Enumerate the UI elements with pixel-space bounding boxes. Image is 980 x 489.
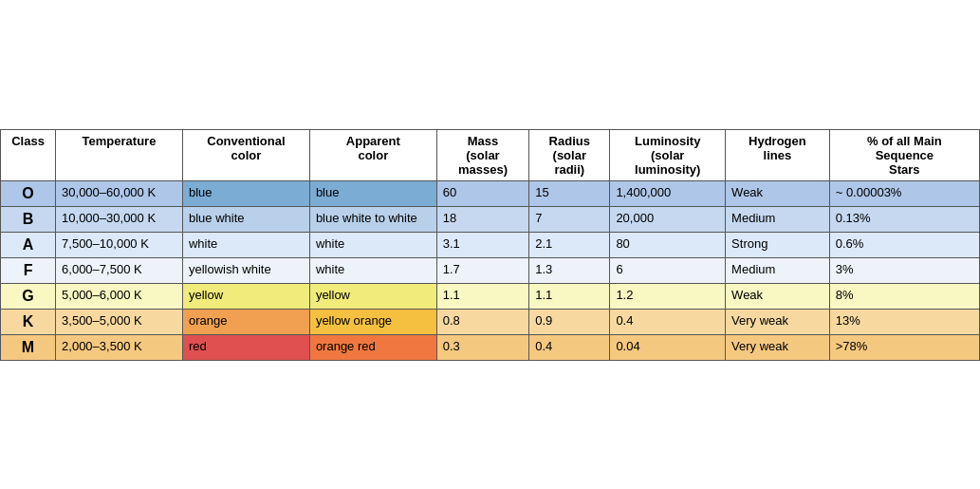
table-row: A7,500–10,000 Kwhitewhite3.12.180Strong0… (1, 232, 980, 257)
cell-radius: 7 (529, 206, 610, 232)
cell-class: M (1, 334, 56, 360)
header-app-color: Apparentcolor (309, 129, 436, 180)
table-row: M2,000–3,500 Kredorange red0.30.40.04Ver… (1, 334, 980, 360)
cell-mass: 0.3 (436, 334, 528, 360)
cell-luminosity: 6 (610, 257, 726, 283)
cell-temperature: 3,500–5,000 K (56, 309, 183, 334)
cell-mass: 1.7 (436, 257, 528, 283)
cell-radius: 15 (529, 180, 610, 206)
cell-temperature: 10,000–30,000 K (56, 206, 183, 232)
cell-mass: 0.8 (436, 309, 528, 334)
header-luminosity: Luminosity(solarluminosity) (610, 129, 726, 180)
cell-app-color: white (309, 257, 436, 283)
cell-conv-color: yellowish white (182, 257, 309, 283)
cell-conv-color: white (182, 232, 309, 257)
table-row: K3,500–5,000 Korangeyellow orange0.80.90… (1, 309, 980, 334)
cell-hydrogen: Medium (726, 206, 830, 232)
table-row: B10,000–30,000 Kblue whiteblue white to … (1, 206, 980, 232)
cell-mass: 1.1 (436, 283, 528, 309)
cell-radius: 0.4 (529, 334, 610, 360)
cell-luminosity: 1.2 (610, 283, 726, 309)
cell-luminosity: 1,400,000 (610, 180, 726, 206)
header-conv-color: Conventionalcolor (182, 129, 309, 180)
cell-radius: 0.9 (529, 309, 610, 334)
cell-conv-color: red (182, 334, 309, 360)
cell-percent: ~ 0.00003% (829, 180, 979, 206)
cell-conv-color: orange (182, 309, 309, 334)
table-row: F6,000–7,500 Kyellowish whitewhite1.71.3… (1, 257, 980, 283)
cell-conv-color: blue (182, 180, 309, 206)
cell-mass: 3.1 (436, 232, 528, 257)
cell-app-color: blue (309, 180, 436, 206)
cell-conv-color: yellow (182, 283, 309, 309)
cell-hydrogen: Very weak (726, 334, 830, 360)
header-hydrogen: Hydrogenlines (726, 129, 830, 180)
table-row: O30,000–60,000 Kblueblue60151,400,000Wea… (1, 180, 980, 206)
cell-radius: 2.1 (529, 232, 610, 257)
header-percent: % of all MainSequenceStars (829, 129, 979, 180)
cell-class: F (1, 257, 56, 283)
cell-percent: 8% (829, 283, 979, 309)
cell-percent: 0.6% (829, 232, 979, 257)
cell-temperature: 5,000–6,000 K (56, 283, 183, 309)
cell-app-color: yellow orange (309, 309, 436, 334)
cell-mass: 60 (436, 180, 528, 206)
header-mass: Mass(solarmasses) (436, 129, 528, 180)
cell-hydrogen: Weak (726, 180, 830, 206)
cell-class: B (1, 206, 56, 232)
cell-temperature: 7,500–10,000 K (56, 232, 183, 257)
cell-percent: >78% (829, 334, 979, 360)
stellar-classification-table: Class Temperature Conventionalcolor Appa… (0, 129, 980, 361)
cell-luminosity: 0.04 (610, 334, 726, 360)
cell-temperature: 2,000–3,500 K (56, 334, 183, 360)
cell-temperature: 30,000–60,000 K (56, 180, 183, 206)
cell-luminosity: 0.4 (610, 309, 726, 334)
cell-class: G (1, 283, 56, 309)
cell-conv-color: blue white (182, 206, 309, 232)
cell-hydrogen: Weak (726, 283, 830, 309)
table-row: G5,000–6,000 Kyellowyellow1.11.11.2Weak8… (1, 283, 980, 309)
cell-class: K (1, 309, 56, 334)
cell-mass: 18 (436, 206, 528, 232)
header-class: Class (1, 129, 56, 180)
header-radius: Radius(solarradii) (529, 129, 610, 180)
cell-hydrogen: Medium (726, 257, 830, 283)
cell-hydrogen: Very weak (726, 309, 830, 334)
cell-temperature: 6,000–7,500 K (56, 257, 183, 283)
cell-luminosity: 20,000 (610, 206, 726, 232)
cell-class: O (1, 180, 56, 206)
cell-radius: 1.1 (529, 283, 610, 309)
cell-app-color: yellow (309, 283, 436, 309)
cell-percent: 13% (829, 309, 979, 334)
cell-app-color: orange red (309, 334, 436, 360)
cell-luminosity: 80 (610, 232, 726, 257)
cell-class: A (1, 232, 56, 257)
cell-percent: 3% (829, 257, 979, 283)
header-temperature: Temperature (56, 129, 183, 180)
header-row: Class Temperature Conventionalcolor Appa… (1, 129, 980, 180)
cell-hydrogen: Strong (726, 232, 830, 257)
cell-percent: 0.13% (829, 206, 979, 232)
cell-radius: 1.3 (529, 257, 610, 283)
cell-app-color: white (309, 232, 436, 257)
cell-app-color: blue white to white (309, 206, 436, 232)
